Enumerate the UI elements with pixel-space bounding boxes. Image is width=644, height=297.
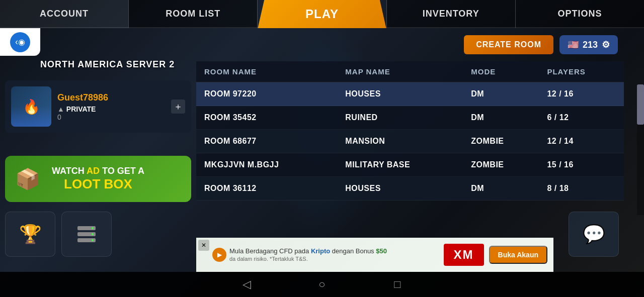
ad-play-button[interactable]: ▶ bbox=[212, 248, 226, 262]
to-get-label: TO GET A bbox=[100, 166, 144, 176]
ad-banner: ✕ ▶ Mula Berdagang CFD pada Kripto denga… bbox=[196, 238, 553, 272]
player-count: 213 bbox=[583, 40, 598, 50]
plus-icon[interactable]: ＋ bbox=[171, 100, 185, 114]
scrollbar-thumb bbox=[637, 84, 644, 125]
room-table: ROOM NAME MAP NAME MODE PLAYERS ROOM 972… bbox=[196, 61, 624, 201]
chat-icon: 💬 bbox=[583, 224, 605, 245]
map-name-cell: MILITARY BASE bbox=[337, 153, 463, 177]
android-navigation: ◁ ○ □ bbox=[0, 272, 644, 297]
room-name-cell: ROOM 97220 bbox=[196, 82, 337, 106]
players-cell: 8 / 18 bbox=[539, 177, 624, 201]
map-name-cell: RUINED bbox=[337, 106, 463, 130]
table-row[interactable]: ROOM 68677 MANSION ZOMBIE 12 / 14 bbox=[196, 130, 624, 153]
user-info: Guest78986 ▲ PRIVATE 0 bbox=[57, 92, 165, 121]
user-name: Guest78986 bbox=[57, 92, 165, 103]
mode-cell: DM bbox=[463, 177, 539, 201]
bottom-icons: 🏆 bbox=[5, 212, 112, 257]
xm-logo-graphic: XM bbox=[444, 244, 484, 266]
col-header-players: PLAYERS bbox=[539, 61, 624, 82]
loot-box-icon: 📦 bbox=[15, 167, 40, 191]
room-name-cell: MKGJJVN M.BGJJ bbox=[196, 153, 337, 177]
svg-point-4 bbox=[92, 233, 94, 235]
ad-text-1: Mula Berdagang CFD pada bbox=[229, 247, 311, 255]
servers-button[interactable] bbox=[61, 212, 112, 257]
ad-cta-button[interactable]: Buka Akaun bbox=[489, 246, 547, 264]
table-row[interactable]: ROOM 97220 HOUSES DM 12 / 16 bbox=[196, 82, 624, 106]
svg-point-3 bbox=[92, 227, 94, 229]
main-content: CREATE ROOM 🇺🇸 213 ⚙ ROOM NAME MAP NAME … bbox=[196, 28, 624, 257]
android-recent-button[interactable]: □ bbox=[390, 277, 405, 292]
room-name-cell: ROOM 68677 bbox=[196, 130, 337, 153]
content-topbar: CREATE ROOM 🇺🇸 213 ⚙ bbox=[196, 28, 624, 61]
android-back-button[interactable]: ◁ bbox=[239, 277, 254, 292]
nav-options[interactable]: OPTIONS bbox=[516, 0, 644, 28]
nav-divider-2 bbox=[257, 0, 258, 28]
create-room-button[interactable]: CREATE ROOM bbox=[464, 35, 553, 54]
players-cell: 12 / 14 bbox=[539, 130, 624, 153]
nav-account[interactable]: ACCOUNT bbox=[0, 0, 128, 28]
avatar-icon: 🔥 bbox=[23, 98, 40, 115]
nav-room-list[interactable]: ROOM LIST bbox=[129, 0, 257, 28]
table-body: ROOM 97220 HOUSES DM 12 / 16 ROOM 35452 … bbox=[196, 82, 624, 201]
user-card: 🔥 Guest78986 ▲ PRIVATE 0 ＋ bbox=[5, 80, 191, 133]
watch-label: WATCH bbox=[52, 166, 87, 176]
xm-logo: XM bbox=[444, 244, 484, 266]
player-icon: ⚙ bbox=[602, 39, 610, 50]
nav-inventory[interactable]: INVENTORY bbox=[387, 0, 515, 28]
ad-text-2: dengan Bonus bbox=[330, 247, 376, 255]
server-label: NORTH AMERICA SERVER 2 bbox=[40, 59, 175, 70]
map-name-cell: MANSION bbox=[337, 130, 463, 153]
player-count-badge: 🇺🇸 213 ⚙ bbox=[559, 35, 618, 54]
mode-cell: DM bbox=[463, 82, 539, 106]
room-name-cell: ROOM 36112 bbox=[196, 177, 337, 201]
top-navigation: ACCOUNT ROOM LIST PLAY INVENTORY OPTIONS bbox=[0, 0, 644, 28]
rank-arrow-icon: ▲ bbox=[57, 105, 64, 113]
back-button[interactable]: ‹ ◉ bbox=[0, 28, 40, 56]
mode-cell: DM bbox=[463, 106, 539, 130]
loot-box-label: LOOT BOX bbox=[52, 176, 144, 192]
user-rank-row: ▲ PRIVATE bbox=[57, 105, 165, 113]
user-avatar: 🔥 bbox=[11, 86, 51, 127]
mode-cell: ZOMBIE bbox=[463, 130, 539, 153]
circle-icon: ◉ bbox=[18, 37, 25, 47]
chat-button[interactable]: 💬 bbox=[569, 212, 619, 257]
watch-ad-text: WATCH AD TO GET A bbox=[52, 166, 144, 176]
table-row[interactable]: ROOM 35452 RUINED DM 6 / 12 bbox=[196, 106, 624, 130]
col-header-map-name: MAP NAME bbox=[337, 61, 463, 82]
flag-icon: 🇺🇸 bbox=[568, 39, 579, 50]
players-cell: 15 / 16 bbox=[539, 153, 624, 177]
room-table-wrapper: ROOM NAME MAP NAME MODE PLAYERS ROOM 972… bbox=[196, 61, 624, 201]
ad-close-button[interactable]: ✕ bbox=[198, 240, 209, 251]
room-name-cell: ROOM 35452 bbox=[196, 106, 337, 130]
ad-disclaimer: da dalam risiko. *Tertakluk T&S. bbox=[229, 256, 308, 262]
ad-text: Mula Berdagang CFD pada Kripto dengan Bo… bbox=[229, 247, 439, 262]
trophy-button[interactable]: 🏆 bbox=[5, 212, 55, 257]
svg-point-5 bbox=[92, 239, 94, 241]
players-cell: 6 / 12 bbox=[539, 106, 624, 130]
players-cell: 12 / 16 bbox=[539, 82, 624, 106]
map-name-cell: HOUSES bbox=[337, 82, 463, 106]
ad-crypto-label: Kripto bbox=[311, 247, 330, 255]
rank-badge: ▲ PRIVATE bbox=[57, 105, 96, 113]
back-icon: ‹ ◉ bbox=[10, 32, 30, 52]
mode-cell: ZOMBIE bbox=[463, 153, 539, 177]
col-header-mode: MODE bbox=[463, 61, 539, 82]
ad-highlight: AD bbox=[87, 166, 100, 176]
table-scrollbar[interactable] bbox=[637, 84, 644, 215]
col-header-room-name: ROOM NAME bbox=[196, 61, 337, 82]
loot-box-text: WATCH AD TO GET A LOOT BOX bbox=[52, 166, 144, 192]
ad-amount: $50 bbox=[376, 247, 387, 255]
rank-score: 0 bbox=[57, 113, 165, 121]
loot-box-banner[interactable]: 📦 WATCH AD TO GET A LOOT BOX bbox=[5, 156, 191, 202]
table-row[interactable]: MKGJJVN M.BGJJ MILITARY BASE ZOMBIE 15 /… bbox=[196, 153, 624, 177]
table-row[interactable]: ROOM 36112 HOUSES DM 8 / 18 bbox=[196, 177, 624, 201]
table-header: ROOM NAME MAP NAME MODE PLAYERS bbox=[196, 61, 624, 82]
nav-play[interactable]: PLAY bbox=[258, 0, 386, 28]
rank-label: PRIVATE bbox=[66, 105, 96, 113]
android-home-button[interactable]: ○ bbox=[314, 277, 330, 292]
map-name-cell: HOUSES bbox=[337, 177, 463, 201]
